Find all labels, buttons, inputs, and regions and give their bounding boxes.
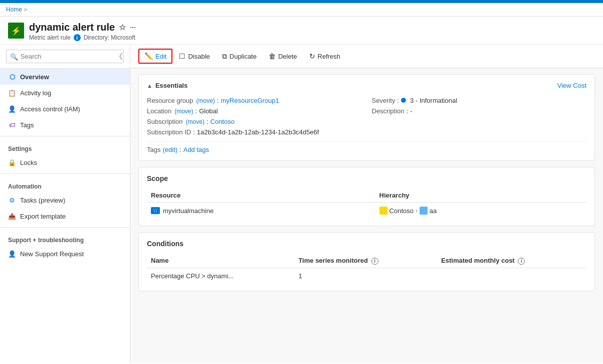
essentials-header: ▲ Essentials View Cost (147, 82, 586, 89)
add-tags-link[interactable]: Add tags (183, 146, 209, 153)
subscription-value: Contoso (211, 118, 235, 125)
subscription-row: Subscription (move) : Contoso (147, 116, 362, 127)
access-control-icon: 👤 (8, 105, 16, 113)
subscription-label: Subscription (147, 118, 183, 125)
subscription-move-link[interactable]: (move) (186, 118, 205, 125)
sidebar-item-tasks-label: Tasks (preview) (20, 197, 65, 204)
sidebar-item-overview-label: Overview (20, 73, 49, 81)
description-row: Description : - (372, 106, 587, 116)
edit-button[interactable]: ✏️ Edit (138, 49, 172, 64)
main-layout: 🔍 《 ⬡ Overview 📋 Activity log 👤 Access c… (0, 45, 603, 363)
resource-group-colon: : (217, 97, 219, 104)
sidebar-item-activity-log[interactable]: 📋 Activity log (0, 85, 130, 101)
export-icon: 📤 (8, 212, 16, 220)
sidebar-item-locks[interactable]: 🔒 Locks (0, 154, 130, 170)
location-move-link[interactable]: (move) (174, 108, 193, 115)
subscription-colon: : (207, 118, 209, 125)
description-colon: : (407, 107, 409, 115)
sidebar-item-support-label: New Support Request (20, 250, 84, 258)
essentials-section: ▲ Essentials View Cost Resource group (m… (138, 74, 595, 161)
scope-row: □ myvirtualmachine Contoso › (147, 203, 586, 219)
scope-title: Scope (147, 174, 586, 183)
more-options-icon[interactable]: ··· (130, 24, 136, 32)
sidebar-item-activity-label: Activity log (20, 89, 51, 97)
page-title-text: dynamic alert rule (29, 22, 115, 33)
location-value: Global (199, 107, 218, 115)
view-cost-link[interactable]: View Cost (557, 82, 586, 89)
tasks-icon: ⚙ (8, 196, 16, 204)
estimated-cost-value-cell (437, 268, 586, 284)
sidebar-divider-3 (0, 227, 130, 228)
sidebar-item-tags[interactable]: 🏷 Tags (0, 117, 130, 133)
edit-icon: ✏️ (144, 52, 153, 60)
hierarchy-org: Contoso (389, 207, 414, 215)
collapse-sidebar-button[interactable]: 《 (115, 51, 123, 62)
severity-value: 3 - Informational (410, 97, 457, 104)
severity-dot (401, 98, 406, 103)
sidebar: 🔍 《 ⬡ Overview 📋 Activity log 👤 Access c… (0, 45, 130, 363)
severity-colon: : (397, 97, 399, 104)
breadcrumb-home[interactable]: Home (6, 6, 22, 13)
locks-icon: 🔒 (8, 158, 16, 166)
description-label: Description (372, 107, 405, 115)
resource-group-row: Resource group (move) : myResourceGroup1 (147, 95, 362, 106)
location-row: Location (move) : Global (147, 106, 362, 116)
severity-label: Severity (372, 97, 395, 104)
vm-icon: □ (151, 207, 160, 214)
sidebar-item-tasks[interactable]: ⚙ Tasks (preview) (0, 192, 130, 208)
conditions-section: Conditions Name Time series monitored i … (138, 232, 595, 291)
resource-group-value: myResourceGroup1 (221, 97, 279, 104)
essentials-title-text: Essentials (155, 82, 187, 89)
disable-button[interactable]: ☐ Disable (173, 49, 215, 63)
scope-table: Resource Hierarchy □ myvirtual (147, 189, 586, 219)
essentials-right-col: Severity : 3 - Informational Description… (372, 95, 587, 137)
sidebar-item-export-template[interactable]: 📤 Export template (0, 208, 130, 224)
refresh-icon: ↻ (309, 52, 315, 60)
toolbar: ✏️ Edit ☐ Disable ⧉ Duplicate 🗑 Delete ↻… (130, 45, 603, 68)
delete-button[interactable]: 🗑 Delete (263, 49, 303, 63)
delete-label: Delete (278, 53, 297, 60)
duplicate-label: Duplicate (230, 53, 257, 60)
search-icon: 🔍 (10, 53, 18, 60)
info-icon: i (74, 34, 81, 41)
sidebar-item-export-label: Export template (20, 213, 66, 220)
sidebar-item-access-control[interactable]: 👤 Access control (IAM) (0, 101, 130, 117)
delete-icon: 🗑 (269, 52, 276, 60)
essentials-title: ▲ Essentials (147, 82, 187, 89)
subscription-id-value: 1a2b3c4d-1a2b-12ab-1234-1a2b3c4d5e6f (197, 128, 319, 136)
sidebar-divider-2 (0, 173, 130, 174)
favorite-star-icon[interactable]: ☆ (119, 23, 126, 32)
subscription-link[interactable]: Contoso (211, 118, 235, 125)
refresh-label: Refresh (318, 53, 341, 60)
tags-edit-link[interactable]: (edit) (162, 146, 177, 153)
tags-colon: : (179, 146, 181, 153)
condition-row: Percentage CPU > dynami... 1 (147, 268, 586, 284)
resource-group-move-link[interactable]: (move) (196, 97, 215, 104)
essentials-collapse-icon[interactable]: ▲ (147, 83, 152, 89)
page-header: ⚡ dynamic alert rule ☆ ··· Metric alert … (0, 17, 603, 45)
time-series-value-cell: 1 (294, 268, 437, 284)
refresh-button[interactable]: ↻ Refresh (304, 49, 346, 63)
activity-log-icon: 📋 (8, 89, 16, 97)
page-title-area: dynamic alert rule ☆ ··· Metric alert ru… (29, 22, 595, 41)
page-subtitle: Metric alert rule i Directory: Microsoft (29, 34, 595, 41)
sidebar-divider-1 (0, 136, 130, 136)
essentials-grid: Resource group (move) : myResourceGroup1… (147, 95, 586, 137)
resource-group-label: Resource group (147, 97, 193, 104)
content-inner: ▲ Essentials View Cost Resource group (m… (130, 74, 603, 291)
content-area: ✏️ Edit ☐ Disable ⧉ Duplicate 🗑 Delete ↻… (130, 45, 603, 363)
tags-row: Tags (edit) : Add tags (147, 141, 586, 153)
edit-label: Edit (155, 53, 166, 60)
sidebar-item-new-support-request[interactable]: 👤 New Support Request (0, 246, 130, 262)
disable-label: Disable (188, 53, 210, 60)
alert-icon: ⚡ (11, 26, 21, 36)
conditions-name-header: Name (147, 254, 294, 268)
sidebar-item-overview[interactable]: ⬡ Overview (0, 69, 130, 85)
resource-cell-inner: □ myvirtualmachine (151, 207, 371, 215)
essentials-left-col: Resource group (move) : myResourceGroup1… (147, 95, 362, 137)
search-input[interactable] (6, 50, 124, 63)
duplicate-button[interactable]: ⧉ Duplicate (217, 49, 262, 64)
tags-label: Tags (147, 146, 160, 153)
time-series-info-icon: i (371, 258, 378, 265)
resource-group-link[interactable]: myResourceGroup1 (221, 97, 279, 104)
